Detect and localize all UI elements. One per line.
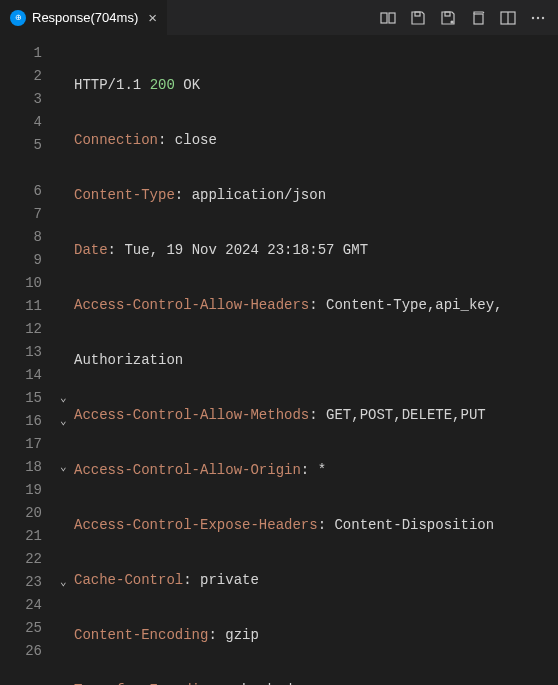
code-line: Access-Control-Allow-Headers: Content-Ty… (74, 294, 558, 317)
save-icon[interactable] (410, 10, 426, 26)
tab-title: Response(704ms) (32, 10, 138, 25)
svg-rect-1 (389, 13, 395, 23)
line-number: 4 (0, 111, 42, 134)
line-number: 22 (0, 548, 42, 571)
tab-bar: ⊕ Response(704ms) × (0, 0, 558, 36)
line-number: 18 (0, 456, 42, 479)
split-icon[interactable] (500, 10, 516, 26)
svg-point-9 (537, 16, 539, 18)
fold-icon[interactable]: ⌄ (60, 387, 67, 410)
line-number: 9 (0, 249, 42, 272)
http-icon: ⊕ (10, 10, 26, 26)
line-number: 6 (0, 180, 42, 203)
line-number: 24 (0, 594, 42, 617)
line-number: 17 (0, 433, 42, 456)
line-number: 2 (0, 65, 42, 88)
svg-rect-0 (381, 13, 387, 23)
svg-point-8 (532, 16, 534, 18)
copy-icon[interactable] (470, 10, 486, 26)
code-line: Cache-Control: private (74, 569, 558, 592)
save-new-icon[interactable] (440, 10, 456, 26)
line-number: 26 (0, 640, 42, 663)
line-number: 5 (0, 134, 42, 157)
line-number: 1 (0, 42, 42, 65)
editor[interactable]: 1 2 3 4 5 6 7 8 9 10 11 12 13 14 15 16 1… (0, 36, 558, 685)
code-line: Authorization (74, 349, 558, 372)
line-number: 21 (0, 525, 42, 548)
code-line: Date: Tue, 19 Nov 2024 23:18:57 GMT (74, 239, 558, 262)
code-line: Content-Encoding: gzip (74, 624, 558, 647)
line-number (0, 157, 42, 180)
tab-actions (380, 10, 558, 26)
svg-point-4 (451, 21, 453, 23)
svg-rect-5 (474, 14, 483, 24)
svg-point-10 (542, 16, 544, 18)
line-number: 20 (0, 502, 42, 525)
line-number: 25 (0, 617, 42, 640)
line-number: 14 (0, 364, 42, 387)
fold-icon[interactable]: ⌄ (60, 571, 67, 594)
line-number: 23 (0, 571, 42, 594)
line-number: 7 (0, 203, 42, 226)
code-line: Access-Control-Allow-Origin: * (74, 459, 558, 482)
code-content[interactable]: HTTP/1.1 200 OK Connection: close Conten… (74, 42, 558, 685)
svg-rect-3 (445, 12, 450, 16)
close-icon[interactable]: × (148, 9, 157, 26)
code-line: Access-Control-Allow-Methods: GET,POST,D… (74, 404, 558, 427)
code-line: Access-Control-Expose-Headers: Content-D… (74, 514, 558, 537)
code-line: Content-Type: application/json (74, 184, 558, 207)
fold-gutter: ⌄ ⌄ ⌄ ⌄ (60, 42, 74, 685)
line-number-gutter: 1 2 3 4 5 6 7 8 9 10 11 12 13 14 15 16 1… (0, 42, 60, 685)
line-number: 11 (0, 295, 42, 318)
line-number: 8 (0, 226, 42, 249)
fold-icon[interactable]: ⌄ (60, 456, 67, 479)
line-number: 13 (0, 341, 42, 364)
line-number: 16 (0, 410, 42, 433)
line-number: 3 (0, 88, 42, 111)
more-icon[interactable] (530, 10, 546, 26)
line-number: 15 (0, 387, 42, 410)
tab-response[interactable]: ⊕ Response(704ms) × (0, 0, 168, 35)
svg-rect-2 (415, 12, 420, 16)
line-number: 12 (0, 318, 42, 341)
line-number: 19 (0, 479, 42, 502)
fold-icon[interactable]: ⌄ (60, 410, 67, 433)
diff-icon[interactable] (380, 10, 396, 26)
line-number: 10 (0, 272, 42, 295)
code-line: Connection: close (74, 129, 558, 152)
code-line: Transfer-Encoding: chunked (74, 679, 558, 685)
code-line: HTTP/1.1 200 OK (74, 74, 558, 97)
